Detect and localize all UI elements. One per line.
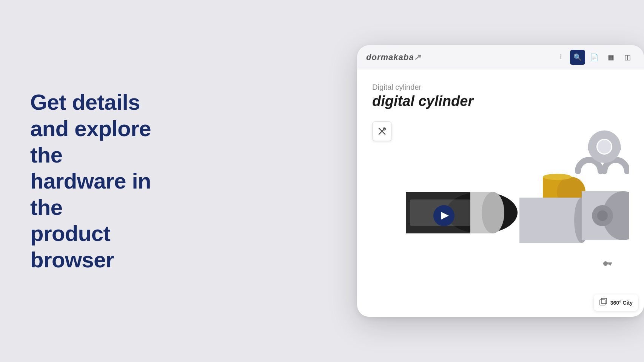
tools-icon [377,127,387,136]
cube-icon [599,298,607,308]
svg-rect-30 [601,298,607,304]
badge-label: 360° City [610,300,633,306]
browser-content: Digital cylinder digital cylinder [357,69,644,317]
layout-icon-button[interactable]: ◫ [620,50,635,65]
svg-rect-26 [609,264,610,265]
product-subtitle: Digital cylinder [372,83,629,92]
product-browser-window: dormakaba↗ i 🔍 📄 ▦ ◫ [357,45,644,317]
brand-name: dormakaba [366,52,414,62]
document-icon-button[interactable]: 📄 [587,50,602,65]
svg-point-22 [597,210,608,221]
360-city-badge: 360° City [594,295,638,311]
toolbar-icons: i 🔍 📄 ▦ ◫ [553,50,635,65]
product-title: digital cylinder [372,93,629,109]
headline-line4: product browser [30,221,114,272]
headline-line1: Get details [30,90,140,114]
svg-rect-16 [519,198,582,243]
tools-button[interactable] [372,121,392,141]
info-icon-button[interactable]: i [553,50,569,65]
search-icon-button[interactable]: 🔍 [570,50,585,65]
left-panel: Get details and explore the hardware in … [0,59,211,303]
svg-point-14 [543,174,572,180]
product-image-area [372,118,629,284]
svg-rect-25 [610,264,611,265]
cylinder-illustration [372,118,629,284]
svg-rect-24 [607,262,612,264]
headline-line3: hardware in the [30,169,151,219]
right-panel: dormakaba↗ i 🔍 📄 ▦ ◫ [211,0,644,362]
main-headline: Get details and explore the hardware in … [30,89,189,273]
brand-logo: dormakaba↗ [366,52,421,62]
table-icon-button[interactable]: ▦ [603,50,618,65]
browser-toolbar: dormakaba↗ i 🔍 📄 ▦ ◫ [357,45,644,69]
svg-rect-29 [600,300,605,305]
svg-point-28 [598,140,611,153]
headline-line2: and explore the [30,116,151,167]
svg-point-8 [482,192,504,233]
